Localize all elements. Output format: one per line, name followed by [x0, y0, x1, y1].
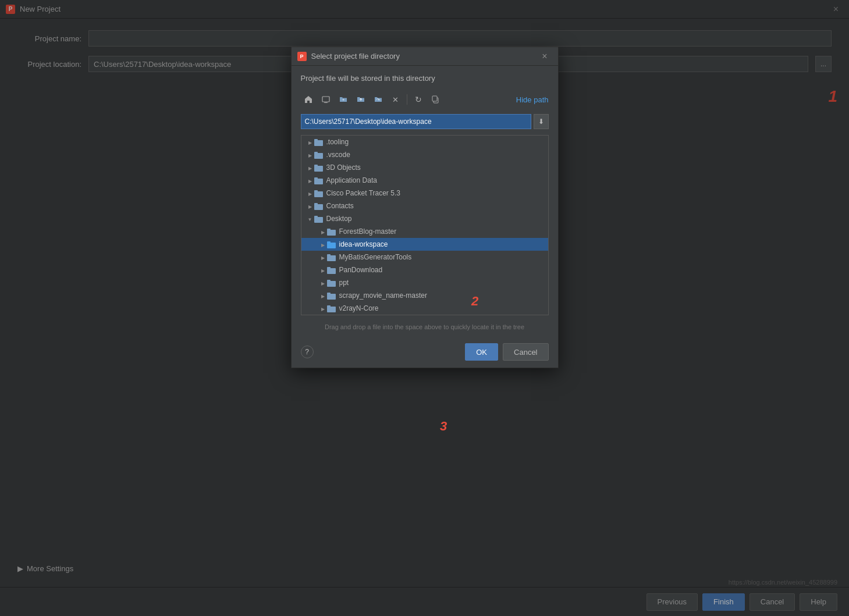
toolbar-copy-path-button[interactable]	[428, 93, 443, 106]
dialog-help-button[interactable]: ?	[301, 346, 314, 358]
tree-arrow	[319, 267, 327, 273]
dialog-title-bar: P Select project file directory ×	[292, 47, 558, 66]
tree-item[interactable]: scrapy_movie_name-master	[301, 289, 548, 302]
file-tree[interactable]: .tooling .vscode 3D Objects Application …	[301, 135, 549, 315]
tree-arrow	[306, 165, 314, 171]
dialog-footer: ? OK Cancel	[292, 339, 558, 368]
tree-item-name: ForestBlog-master	[339, 227, 397, 236]
svg-rect-7	[314, 139, 318, 141]
tree-item[interactable]: .vscode	[301, 148, 548, 161]
svg-rect-27	[327, 267, 331, 269]
tree-arrow	[306, 177, 314, 184]
toolbar-new-folder-button[interactable]: +	[336, 93, 351, 106]
folder-icon	[314, 176, 326, 184]
svg-rect-25	[327, 254, 331, 257]
folder-icon	[327, 227, 339, 236]
tree-item[interactable]: v2rayN-Core	[301, 302, 548, 315]
svg-rect-9	[314, 152, 318, 154]
folder-icon	[327, 291, 339, 300]
svg-rect-33	[327, 305, 331, 308]
svg-rect-1	[324, 102, 328, 103]
tree-item-name: Desktop	[326, 215, 352, 223]
svg-rect-15	[314, 190, 318, 193]
tree-item[interactable]: .tooling	[301, 136, 548, 148]
folder-icon	[314, 189, 326, 197]
tree-item-name: Cisco Packet Tracer 5.3	[326, 189, 400, 197]
tree-item-name: 3D Objects	[326, 163, 361, 172]
tree-item[interactable]: idea-workspace	[301, 238, 548, 251]
toolbar-home-button[interactable]	[301, 93, 316, 106]
step-3-annotation: 3	[440, 419, 447, 434]
tree-item[interactable]: 大数据	[301, 315, 548, 315]
folder-icon	[314, 202, 326, 210]
toolbar-refresh-button[interactable]: ↻	[411, 93, 426, 106]
tree-item-name: idea-workspace	[339, 240, 388, 248]
path-input-row: ⬇	[301, 114, 549, 129]
drag-hint: Drag and drop a file into the space abov…	[301, 321, 549, 333]
toolbar-move-button[interactable]: ↷	[371, 93, 386, 106]
tree-arrow	[319, 254, 327, 261]
tree-item[interactable]: ForestBlog-master	[301, 225, 548, 238]
svg-text:↷: ↷	[376, 98, 380, 102]
tree-arrow	[306, 152, 314, 158]
tree-item[interactable]: Contacts	[301, 200, 548, 212]
folder-icon	[314, 215, 326, 223]
svg-rect-13	[314, 177, 318, 180]
tree-arrow	[319, 280, 327, 286]
tree-item[interactable]: MyBatisGeneratorTools	[301, 251, 548, 264]
tree-arrow	[306, 139, 314, 145]
dialog-ok-button[interactable]: OK	[465, 343, 498, 361]
dialog-cancel-button[interactable]: Cancel	[503, 343, 548, 361]
tree-item-name: v2rayN-Core	[339, 304, 379, 312]
tree-item-name: ppt	[339, 279, 349, 287]
svg-rect-5	[432, 96, 437, 101]
dialog-toolbar: + ↷ ✕	[301, 91, 549, 108]
delete-icon: ✕	[392, 95, 399, 104]
dialog-title: Select project file directory	[311, 52, 538, 60]
tree-item[interactable]: Cisco Packet Tracer 5.3	[301, 187, 548, 200]
tree-arrow	[306, 216, 314, 222]
path-input[interactable]	[301, 114, 531, 129]
tree-item-name: scrapy_movie_name-master	[339, 291, 427, 300]
hide-path-button[interactable]: Hide path	[516, 95, 549, 104]
tree-arrow	[319, 229, 327, 235]
dialog-app-icon: P	[297, 52, 307, 61]
folder-icon	[327, 279, 339, 287]
folder-icon	[327, 253, 339, 261]
tree-arrow	[319, 293, 327, 299]
tree-item-name: MyBatisGeneratorTools	[339, 253, 412, 261]
folder-icon	[327, 240, 339, 248]
svg-rect-23	[327, 241, 331, 244]
download-icon: ⬇	[538, 117, 544, 126]
file-dialog: P Select project file directory × Projec…	[291, 47, 559, 368]
tree-arrow	[306, 203, 314, 209]
tree-item[interactable]: PanDownload	[301, 264, 548, 276]
tree-item-name: Contacts	[326, 202, 354, 210]
folder-icon	[314, 138, 326, 146]
dialog-body: Project file will be stored in this dire…	[292, 66, 558, 339]
folder-icon	[327, 304, 339, 312]
dialog-close-button[interactable]: ×	[537, 49, 552, 64]
svg-rect-29	[327, 280, 331, 282]
path-download-button[interactable]: ⬇	[534, 114, 549, 129]
tree-item[interactable]: ppt	[301, 276, 548, 289]
tree-item-name: PanDownload	[339, 266, 383, 274]
svg-rect-19	[314, 216, 318, 218]
dialog-subtitle: Project file will be stored in this dire…	[301, 74, 549, 83]
folder-icon	[314, 163, 326, 172]
svg-rect-0	[322, 97, 329, 102]
tree-item[interactable]: Desktop	[301, 212, 548, 225]
toolbar-up-button[interactable]	[353, 93, 368, 106]
folder-icon	[327, 266, 339, 274]
tree-arrow	[306, 190, 314, 197]
tree-arrow	[319, 241, 327, 248]
tree-item[interactable]: Application Data	[301, 174, 548, 187]
tree-item[interactable]: 3D Objects	[301, 161, 548, 174]
refresh-icon: ↻	[415, 95, 422, 104]
modal-overlay: P Select project file directory × Projec…	[0, 0, 849, 616]
tree-item-name: .vscode	[326, 151, 350, 159]
svg-rect-21	[327, 229, 331, 231]
toolbar-delete-button[interactable]: ✕	[388, 93, 403, 106]
svg-text:+: +	[342, 98, 344, 102]
toolbar-window-button[interactable]	[318, 93, 333, 106]
